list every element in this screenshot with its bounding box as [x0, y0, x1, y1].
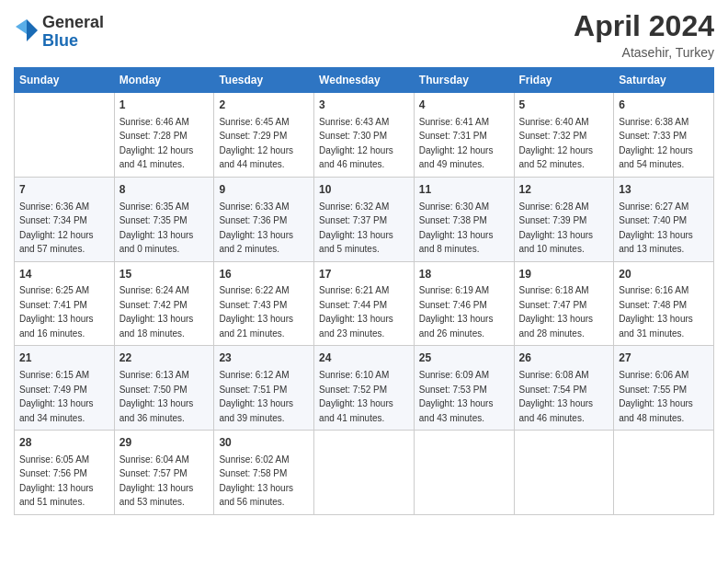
day-cell: 19Sunrise: 6:18 AMSunset: 7:47 PMDayligh…: [514, 261, 614, 346]
day-number: 2: [219, 98, 309, 113]
header-cell-monday: Monday: [114, 68, 214, 93]
day-cell: 30Sunrise: 6:02 AMSunset: 7:58 PMDayligh…: [214, 431, 314, 515]
calendar-table: SundayMondayTuesdayWednesdayThursdayFrid…: [14, 67, 714, 515]
day-info: Sunrise: 6:10 AMSunset: 7:52 PMDaylight:…: [319, 370, 393, 423]
day-number: 21: [19, 350, 109, 366]
day-number: 3: [319, 98, 409, 113]
day-cell: 3Sunrise: 6:43 AMSunset: 7:30 PMDaylight…: [314, 93, 415, 178]
day-info: Sunrise: 6:30 AMSunset: 7:38 PMDaylight:…: [419, 201, 494, 255]
day-cell: 1Sunrise: 6:46 AMSunset: 7:28 PMDaylight…: [114, 93, 214, 178]
day-number: 20: [619, 267, 709, 282]
title-month: April 2024: [574, 9, 714, 43]
header-cell-thursday: Thursday: [414, 68, 514, 93]
day-number: 9: [219, 182, 309, 198]
day-number: 27: [619, 350, 709, 366]
day-cell: 22Sunrise: 6:13 AMSunset: 7:50 PMDayligh…: [114, 346, 214, 431]
header: General Blue April 2024 Atasehir, Turkey: [14, 9, 714, 60]
day-cell: 21Sunrise: 6:15 AMSunset: 7:49 PMDayligh…: [15, 346, 115, 431]
day-info: Sunrise: 6:04 AMSunset: 7:57 PMDaylight:…: [119, 454, 194, 508]
title-block: April 2024 Atasehir, Turkey: [574, 9, 714, 60]
day-cell: 4Sunrise: 6:41 AMSunset: 7:31 PMDaylight…: [414, 93, 514, 178]
day-number: 14: [19, 267, 109, 282]
day-cell: 29Sunrise: 6:04 AMSunset: 7:57 PMDayligh…: [114, 431, 214, 515]
day-cell: 12Sunrise: 6:28 AMSunset: 7:39 PMDayligh…: [514, 177, 614, 261]
day-number: 4: [419, 98, 509, 113]
header-cell-saturday: Saturday: [614, 68, 714, 93]
day-info: Sunrise: 6:13 AMSunset: 7:50 PMDaylight:…: [119, 370, 194, 423]
day-info: Sunrise: 6:06 AMSunset: 7:55 PMDaylight:…: [619, 370, 693, 423]
day-number: 18: [419, 267, 509, 282]
day-info: Sunrise: 6:28 AMSunset: 7:39 PMDaylight:…: [519, 201, 594, 255]
day-number: 25: [419, 350, 509, 366]
day-info: Sunrise: 6:22 AMSunset: 7:43 PMDaylight:…: [219, 285, 293, 339]
day-info: Sunrise: 6:19 AMSunset: 7:46 PMDaylight:…: [419, 285, 494, 339]
day-info: Sunrise: 6:35 AMSunset: 7:35 PMDaylight:…: [119, 201, 194, 255]
day-info: Sunrise: 6:33 AMSunset: 7:36 PMDaylight:…: [219, 201, 293, 255]
day-number: 13: [619, 182, 709, 198]
day-cell: 20Sunrise: 6:16 AMSunset: 7:48 PMDayligh…: [614, 261, 714, 346]
week-row-4: 21Sunrise: 6:15 AMSunset: 7:49 PMDayligh…: [15, 346, 714, 431]
day-cell: 13Sunrise: 6:27 AMSunset: 7:40 PMDayligh…: [614, 177, 714, 261]
week-row-3: 14Sunrise: 6:25 AMSunset: 7:41 PMDayligh…: [15, 261, 714, 346]
day-info: Sunrise: 6:36 AMSunset: 7:34 PMDaylight:…: [19, 201, 94, 255]
header-cell-friday: Friday: [514, 68, 614, 93]
logo-icon: [14, 17, 40, 43]
day-cell: 17Sunrise: 6:21 AMSunset: 7:44 PMDayligh…: [314, 261, 415, 346]
day-cell: 25Sunrise: 6:09 AMSunset: 7:53 PMDayligh…: [414, 346, 514, 431]
header-cell-sunday: Sunday: [15, 68, 115, 93]
day-info: Sunrise: 6:09 AMSunset: 7:53 PMDaylight:…: [419, 370, 494, 423]
day-info: Sunrise: 6:41 AMSunset: 7:31 PMDaylight:…: [419, 117, 494, 170]
day-number: 8: [119, 182, 210, 198]
day-info: Sunrise: 6:08 AMSunset: 7:54 PMDaylight:…: [519, 370, 594, 423]
day-info: Sunrise: 6:24 AMSunset: 7:42 PMDaylight:…: [119, 285, 194, 339]
day-number: 10: [319, 182, 409, 198]
day-cell: [314, 431, 415, 515]
day-info: Sunrise: 6:16 AMSunset: 7:48 PMDaylight:…: [619, 285, 693, 339]
day-info: Sunrise: 6:21 AMSunset: 7:44 PMDaylight:…: [319, 285, 393, 339]
day-cell: [414, 431, 514, 515]
day-cell: [514, 431, 614, 515]
day-cell: 9Sunrise: 6:33 AMSunset: 7:36 PMDaylight…: [214, 177, 314, 261]
day-cell: 15Sunrise: 6:24 AMSunset: 7:42 PMDayligh…: [114, 261, 214, 346]
header-row: SundayMondayTuesdayWednesdayThursdayFrid…: [15, 68, 714, 93]
day-info: Sunrise: 6:02 AMSunset: 7:58 PMDaylight:…: [219, 454, 293, 508]
svg-marker-0: [27, 19, 38, 41]
day-number: 6: [619, 98, 709, 113]
day-cell: 8Sunrise: 6:35 AMSunset: 7:35 PMDaylight…: [114, 177, 214, 261]
day-info: Sunrise: 6:40 AMSunset: 7:32 PMDaylight:…: [519, 117, 594, 170]
day-number: 22: [119, 350, 210, 366]
day-number: 28: [19, 435, 109, 451]
logo-blue-text: Blue: [42, 32, 104, 51]
day-cell: 16Sunrise: 6:22 AMSunset: 7:43 PMDayligh…: [214, 261, 314, 346]
day-cell: 28Sunrise: 6:05 AMSunset: 7:56 PMDayligh…: [15, 431, 115, 515]
day-number: 30: [219, 435, 309, 451]
day-info: Sunrise: 6:46 AMSunset: 7:28 PMDaylight:…: [119, 117, 194, 170]
day-number: 1: [119, 98, 210, 113]
day-info: Sunrise: 6:32 AMSunset: 7:37 PMDaylight:…: [319, 201, 393, 255]
day-cell: [614, 431, 714, 515]
logo: General Blue: [14, 14, 104, 51]
header-cell-wednesday: Wednesday: [314, 68, 415, 93]
day-cell: 26Sunrise: 6:08 AMSunset: 7:54 PMDayligh…: [514, 346, 614, 431]
day-info: Sunrise: 6:27 AMSunset: 7:40 PMDaylight:…: [619, 201, 693, 255]
day-info: Sunrise: 6:45 AMSunset: 7:29 PMDaylight:…: [219, 117, 293, 170]
day-number: 11: [419, 182, 509, 198]
day-info: Sunrise: 6:25 AMSunset: 7:41 PMDaylight:…: [19, 285, 94, 339]
logo-text: General Blue: [42, 14, 104, 51]
day-number: 23: [219, 350, 309, 366]
day-cell: 5Sunrise: 6:40 AMSunset: 7:32 PMDaylight…: [514, 93, 614, 178]
day-number: 29: [119, 435, 210, 451]
day-cell: 18Sunrise: 6:19 AMSunset: 7:46 PMDayligh…: [414, 261, 514, 346]
header-cell-tuesday: Tuesday: [214, 68, 314, 93]
day-cell: 6Sunrise: 6:38 AMSunset: 7:33 PMDaylight…: [614, 93, 714, 178]
day-number: 5: [519, 98, 609, 113]
day-number: 24: [319, 350, 409, 366]
day-number: 16: [219, 267, 309, 282]
day-info: Sunrise: 6:18 AMSunset: 7:47 PMDaylight:…: [519, 285, 594, 339]
day-number: 12: [519, 182, 609, 198]
day-cell: 10Sunrise: 6:32 AMSunset: 7:37 PMDayligh…: [314, 177, 415, 261]
week-row-1: 1Sunrise: 6:46 AMSunset: 7:28 PMDaylight…: [15, 93, 714, 178]
week-row-5: 28Sunrise: 6:05 AMSunset: 7:56 PMDayligh…: [15, 431, 714, 515]
day-info: Sunrise: 6:43 AMSunset: 7:30 PMDaylight:…: [319, 117, 393, 170]
day-info: Sunrise: 6:15 AMSunset: 7:49 PMDaylight:…: [19, 370, 94, 423]
